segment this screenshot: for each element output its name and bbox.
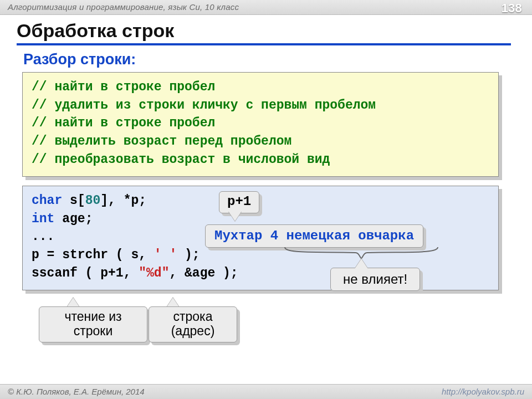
code-line: p = strchr ( s, ' ' );	[32, 248, 200, 262]
pointer-icon	[355, 259, 368, 269]
slide-subtitle: Разбор строки:	[23, 51, 136, 68]
code-line: sscanf ( p+1, "%d", &age );	[32, 266, 238, 280]
hint-text: p+1	[227, 194, 251, 209]
code-line: int age;	[32, 212, 93, 226]
course-title: Алгоритмизация и программирование, язык …	[8, 2, 239, 12]
comment-panel: // найти в строке пробел // удалить из с…	[22, 72, 499, 177]
hint-pplus1: p+1	[219, 191, 259, 213]
footer-url: http://kpolyakov.spb.ru	[442, 385, 524, 399]
comment-line: // удалить из строки кличку с первым про…	[32, 98, 376, 112]
page-number: 138	[502, 1, 522, 16]
hint-no-effect: не влияет!	[330, 268, 420, 291]
hint-text: не влияет!	[343, 272, 407, 287]
slide: Алгоритмизация и программирование, язык …	[0, 0, 532, 399]
title-underline	[17, 43, 511, 45]
header-bar: Алгоритмизация и программирование, язык …	[0, 0, 532, 15]
code-line: char s[80], *p;	[32, 193, 146, 208]
comment-line: // выделить возраст перед пробелом	[32, 134, 291, 149]
comment-line: // найти в строке пробел	[32, 116, 215, 130]
hint-example: Мухтар 4 немецкая овчарка	[205, 224, 423, 248]
hint-text: Мухтар 4 немецкая овчарка	[214, 228, 414, 243]
comment-line: // преобразовать возраст в числовой вид	[32, 152, 330, 167]
hint-text: строки	[74, 324, 113, 338]
pointer-icon	[228, 211, 242, 221]
slide-title: Обработка строк	[17, 20, 174, 42]
hint-text: (адрес)	[171, 324, 215, 338]
hint-text: строка	[173, 309, 213, 324]
code-line: ...	[32, 229, 54, 244]
footer-copyright: © К.Ю. Поляков, Е.А. Ерёмин, 2014	[8, 387, 145, 396]
footer-bar: © К.Ю. Поляков, Е.А. Ерёмин, 2014 http:/…	[0, 384, 532, 399]
hint-string-addr: строка (адрес)	[149, 306, 237, 342]
hint-read-from-string: чтение из строки	[39, 306, 147, 342]
comment-line: // найти в строке пробел	[32, 80, 215, 94]
hint-text: чтение из	[64, 309, 121, 324]
